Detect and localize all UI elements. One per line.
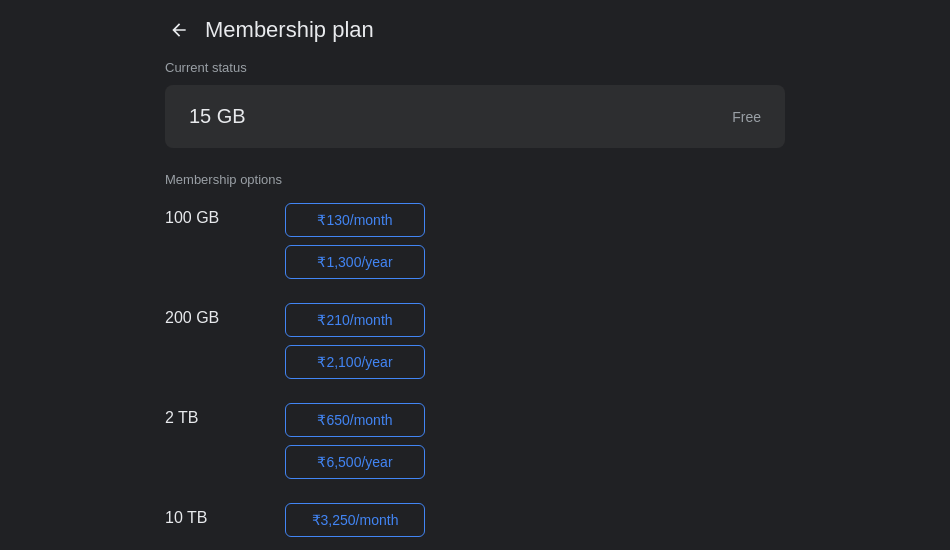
membership-options-label: Membership options (165, 172, 785, 187)
plans-container: 100 GB₹130/month₹1,300/year200 GB₹210/mo… (165, 203, 785, 550)
plan-size: 100 GB (165, 203, 285, 227)
price-button[interactable]: ₹6,500/year (285, 445, 425, 479)
current-status-card: 15 GB Free (165, 85, 785, 148)
plan-buttons: ₹3,250/month (285, 503, 785, 537)
price-button[interactable]: ₹210/month (285, 303, 425, 337)
current-plan-badge: Free (732, 109, 761, 125)
plan-row: 10 TB₹3,250/month (165, 503, 785, 537)
page-container: Membership plan Current status 15 GB Fre… (0, 0, 950, 550)
price-button[interactable]: ₹650/month (285, 403, 425, 437)
back-button[interactable] (165, 16, 193, 44)
header: Membership plan (165, 0, 785, 60)
plan-buttons: ₹650/month₹6,500/year (285, 403, 785, 479)
plan-buttons: ₹210/month₹2,100/year (285, 303, 785, 379)
current-storage: 15 GB (189, 105, 246, 128)
current-status-label: Current status (165, 60, 785, 75)
price-button[interactable]: ₹1,300/year (285, 245, 425, 279)
page-title: Membership plan (205, 17, 374, 43)
plan-size: 10 TB (165, 503, 285, 527)
price-button[interactable]: ₹3,250/month (285, 503, 425, 537)
plan-row: 200 GB₹210/month₹2,100/year (165, 303, 785, 379)
plan-size: 200 GB (165, 303, 285, 327)
content: Current status 15 GB Free Membership opt… (165, 60, 785, 550)
plan-row: 100 GB₹130/month₹1,300/year (165, 203, 785, 279)
price-button[interactable]: ₹2,100/year (285, 345, 425, 379)
plan-buttons: ₹130/month₹1,300/year (285, 203, 785, 279)
plan-row: 2 TB₹650/month₹6,500/year (165, 403, 785, 479)
plan-size: 2 TB (165, 403, 285, 427)
price-button[interactable]: ₹130/month (285, 203, 425, 237)
